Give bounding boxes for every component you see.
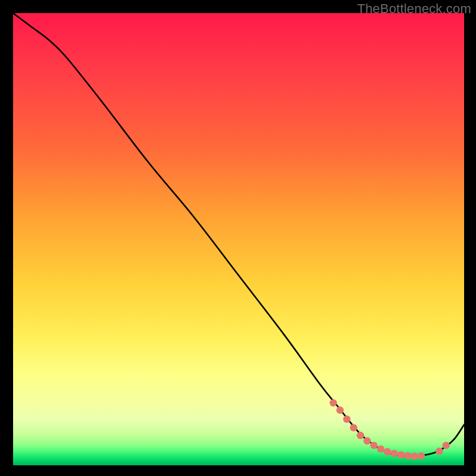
highlight-dot (357, 432, 364, 439)
highlight-dot (364, 437, 371, 444)
highlight-dot (397, 451, 405, 458)
highlight-dot (411, 453, 418, 460)
highlight-dot (370, 441, 377, 449)
highlight-dot (350, 424, 357, 431)
watermark-label: TheBottleneck.com (357, 1, 471, 17)
highlight-dot (404, 452, 411, 459)
highlight-dot (336, 406, 343, 414)
chart-overlay (13, 13, 464, 465)
highlight-dots-group (330, 399, 450, 460)
highlight-dot (443, 441, 450, 449)
bottleneck-curve (13, 13, 464, 456)
highlight-dot (343, 415, 350, 422)
highlight-dot (390, 450, 397, 457)
highlight-dot (418, 452, 425, 459)
chart-stage: TheBottleneck.com (0, 0, 476, 476)
plot-area (13, 13, 464, 465)
highlight-dot (330, 399, 337, 406)
highlight-dot (436, 447, 443, 455)
highlight-dot (384, 448, 391, 455)
highlight-dot (377, 445, 384, 452)
